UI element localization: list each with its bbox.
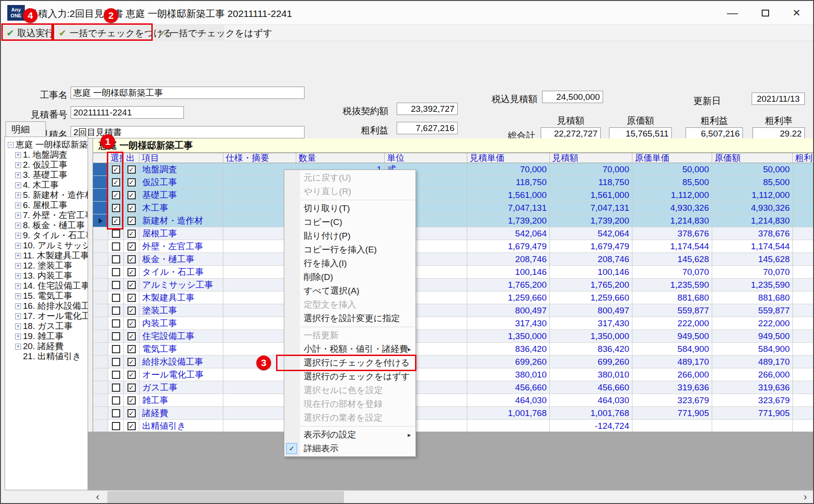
maximize-button[interactable] (753, 4, 778, 22)
tree-item-17[interactable]: +17. オール電化工事 (8, 311, 88, 321)
expand-icon[interactable]: + (15, 182, 21, 188)
estimate-unit-price-cell[interactable]: 1,739,200 (467, 214, 550, 227)
table-row[interactable]: ✓雑工事464,030464,030323,679323,679 (93, 394, 814, 407)
row-selector[interactable] (93, 343, 108, 356)
table-row[interactable]: ✓✓木工事7,047,1317,047,1314,930,3264,930,32… (93, 202, 814, 214)
cost-amount-cell[interactable]: 584,900 (712, 343, 793, 356)
select-checkbox-icon[interactable] (112, 242, 120, 251)
tree-item-16[interactable]: +16. 給排水設備工事 (8, 301, 88, 311)
row-selector[interactable] (93, 189, 108, 202)
cost-unit-price-cell[interactable]: 85,500 (632, 176, 712, 189)
estimate-unit-price-cell[interactable]: 1,765,200 (467, 279, 550, 291)
expand-icon[interactable]: + (15, 213, 21, 219)
estimate-unit-price-cell[interactable]: 800,497 (467, 304, 550, 317)
output-checkbox-cell[interactable]: ✓ (124, 163, 139, 176)
estimate-unit-price-cell[interactable]: 1,679,479 (467, 240, 550, 253)
item-cell[interactable]: ガス工事 (139, 381, 223, 394)
row-selector[interactable] (93, 381, 108, 394)
item-cell[interactable]: 雑工事 (139, 394, 223, 407)
item-cell[interactable]: アルミサッシ工事 (139, 279, 223, 291)
column-header-11[interactable]: 粗利 (793, 153, 814, 163)
table-row[interactable]: ✓給排水設備工事699,260699,260489,170489,170 (93, 356, 814, 368)
profit-cell[interactable] (793, 202, 814, 214)
item-cell[interactable]: 仮設工事 (139, 176, 223, 189)
tree-item-21[interactable]: 21. 出精値引き (8, 351, 88, 362)
cost-unit-price-cell[interactable]: 881,680 (632, 291, 712, 304)
expand-icon[interactable]: + (15, 263, 21, 269)
profit-cell[interactable] (793, 317, 814, 330)
cost-unit-price-cell[interactable]: 4,930,326 (632, 202, 712, 214)
cost-amount-cell[interactable]: 85,500 (712, 176, 793, 189)
select-checkbox-icon[interactable]: ✓ (112, 191, 120, 199)
estimate-amount-cell[interactable]: -124,724 (550, 420, 632, 433)
menu-item-12[interactable]: 選択行を設計変更に指定 (284, 312, 415, 325)
estimate-unit-price-cell[interactable]: 1,001,768 (467, 407, 550, 420)
cost-unit-price-cell[interactable]: 266,000 (632, 368, 712, 381)
table-row[interactable]: ✓塗装工事800,497800,497559,877559,877 (93, 304, 814, 317)
row-selector[interactable] (93, 317, 108, 330)
profit-cell[interactable] (793, 240, 814, 253)
tree-item-11[interactable]: +11. 木製建具工事 (8, 251, 88, 261)
estimate-amount-cell[interactable]: 1,679,479 (550, 240, 632, 253)
horizontal-scrollbar[interactable]: ‹ › (88, 490, 814, 503)
output-checkbox-cell[interactable]: ✓ (124, 202, 139, 214)
output-checkbox-cell[interactable]: ✓ (124, 356, 139, 368)
output-checkbox-icon[interactable]: ✓ (127, 191, 136, 199)
menu-item-8[interactable]: 行を挿入(I) (284, 257, 415, 270)
row-selector[interactable] (93, 214, 108, 227)
cost-amount-cell[interactable]: 559,877 (712, 304, 793, 317)
estimate-unit-price-cell[interactable]: 317,430 (467, 317, 550, 330)
column-header-2[interactable]: 出 (124, 153, 139, 163)
cost-unit-price-cell[interactable]: 584,900 (632, 343, 712, 356)
output-checkbox-icon[interactable]: ✓ (127, 242, 136, 251)
estimate-number-input[interactable] (71, 106, 184, 119)
cost-amount-cell[interactable]: 50,000 (712, 163, 793, 176)
output-checkbox-icon[interactable]: ✓ (127, 255, 136, 263)
row-selector[interactable] (93, 420, 108, 433)
table-row[interactable]: ✓諸経費1,001,7681,001,768771,905771,905 (93, 407, 814, 420)
menu-item-15[interactable]: 小計・税額・値引・諸経費▸ (284, 342, 415, 356)
estimate-amount-cell[interactable]: 1,001,768 (550, 407, 632, 420)
cost-amount-cell[interactable]: 378,676 (712, 227, 793, 240)
estimate-unit-price-cell[interactable]: 1,350,000 (467, 330, 550, 343)
expand-icon[interactable]: + (15, 313, 21, 319)
cost-unit-price-cell[interactable]: 771,905 (632, 407, 712, 420)
select-checkbox-cell[interactable] (108, 291, 124, 304)
profit-cell[interactable] (793, 176, 814, 189)
cost-unit-price-cell[interactable] (632, 420, 712, 433)
output-checkbox-icon[interactable]: ✓ (127, 294, 136, 302)
expand-icon[interactable]: + (15, 172, 21, 178)
cost-amount-cell[interactable]: 266,000 (712, 368, 793, 381)
menu-item-4[interactable]: 切り取り(T) (284, 202, 415, 215)
item-cell[interactable]: 木工事 (139, 202, 223, 214)
select-checkbox-icon[interactable] (112, 383, 120, 392)
column-header-4[interactable]: 仕様・摘要 (223, 153, 296, 163)
expand-icon[interactable]: + (15, 344, 21, 350)
menu-item-10[interactable]: すべて選択(A) (284, 284, 415, 298)
menu-item-23[interactable]: ✓詳細表示 (284, 442, 415, 455)
output-checkbox-icon[interactable]: ✓ (127, 178, 136, 186)
output-checkbox-cell[interactable]: ✓ (124, 343, 139, 356)
select-checkbox-icon[interactable]: ✓ (112, 165, 120, 174)
row-selector[interactable] (93, 227, 108, 240)
row-selector[interactable] (93, 291, 108, 304)
estimate-unit-price-cell[interactable]: 1,561,000 (467, 189, 550, 202)
profit-cell[interactable] (793, 407, 814, 420)
expand-icon[interactable]: + (15, 233, 21, 239)
minimize-button[interactable]: — (720, 4, 745, 22)
select-checkbox-icon[interactable]: ✓ (112, 217, 120, 225)
select-checkbox-icon[interactable] (112, 294, 120, 302)
row-selector[interactable] (93, 330, 108, 343)
column-header-5[interactable]: 数量 (296, 153, 385, 163)
row-selector[interactable] (93, 176, 108, 189)
estimate-unit-price-cell[interactable]: 464,030 (467, 394, 550, 407)
cost-unit-price-cell[interactable]: 323,679 (632, 394, 712, 407)
estimate-amount-cell[interactable]: 800,497 (550, 304, 632, 317)
output-checkbox-cell[interactable]: ✓ (124, 240, 139, 253)
column-header-7[interactable]: 見積単価 (467, 153, 550, 163)
select-checkbox-cell[interactable] (108, 343, 124, 356)
select-checkbox-icon[interactable] (112, 307, 120, 315)
scroll-right-icon[interactable]: › (796, 491, 814, 504)
column-header-10[interactable]: 原価額 (712, 153, 793, 163)
select-checkbox-icon[interactable] (112, 281, 120, 289)
